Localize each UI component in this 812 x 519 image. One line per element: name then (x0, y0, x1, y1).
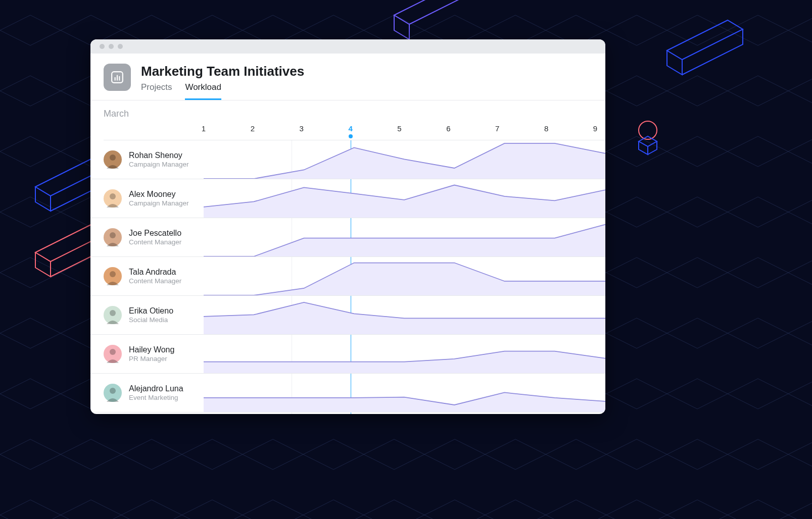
day-label-7: 7 (495, 124, 499, 133)
row-label[interactable]: Tala AndradaContent Manager (90, 257, 204, 295)
day-label-4: 4 (348, 124, 352, 133)
person-name: Joe Pescatello (129, 228, 181, 238)
svg-point-9 (110, 271, 116, 277)
row-label[interactable]: Joe PescatelloContent Manager (90, 218, 204, 256)
workload-sparkline (204, 296, 605, 334)
timeline-header: 123456789 (104, 121, 605, 140)
svg-point-10 (110, 310, 116, 316)
svg-rect-4 (117, 75, 118, 81)
page-title: Marketing Team Initiatives (141, 64, 304, 79)
window-maximize-icon[interactable] (118, 44, 123, 49)
tabs: ProjectsWorkload (141, 82, 304, 100)
row-label[interactable]: Rohan ShenoyCampaign Manager (90, 140, 204, 179)
avatar[interactable] (104, 150, 122, 169)
workload-sparkline (204, 374, 605, 412)
tab-workload[interactable]: Workload (185, 82, 221, 100)
person-name: Erika Otieno (129, 306, 173, 316)
tab-projects[interactable]: Projects (141, 82, 172, 100)
person-name: Tala Andrada (129, 267, 181, 277)
day-label-5: 5 (397, 124, 401, 133)
workload-sparkline (204, 257, 605, 295)
person-name: Alejandro Luna (129, 384, 183, 394)
avatar[interactable] (104, 228, 122, 246)
day-label-3: 3 (300, 124, 304, 133)
avatar[interactable] (104, 306, 122, 324)
workload-sparkline (204, 140, 605, 179)
day-label-8: 8 (544, 124, 548, 133)
workload-sparkline (204, 335, 605, 373)
person-role: Social Media (129, 316, 173, 325)
workload-row: Alejandro LunaEvent Marketing (90, 374, 605, 412)
svg-point-6 (110, 154, 116, 161)
month-label: March (90, 100, 605, 121)
workload-row: Joe PescatelloContent Manager (90, 218, 605, 257)
svg-point-12 (110, 388, 116, 394)
person-role: PR Manager (129, 355, 174, 364)
workload-row: Hailey WongPR Manager (90, 335, 605, 374)
app-icon (104, 64, 131, 91)
svg-point-7 (110, 193, 116, 199)
workload-row: Rohan ShenoyCampaign Manager (90, 140, 605, 179)
svg-rect-3 (115, 77, 116, 81)
row-label[interactable]: Alex MooneyCampaign Manager (90, 179, 204, 218)
header: Marketing Team Initiatives ProjectsWorkl… (90, 54, 605, 100)
person-role: Content Manager (129, 277, 181, 286)
person-role: Campaign Manager (129, 199, 189, 208)
day-label-2: 2 (251, 124, 255, 133)
rows-container: Rohan ShenoyCampaign ManagerAlex MooneyC… (90, 140, 605, 414)
svg-point-11 (110, 349, 116, 355)
row-label[interactable]: Alejandro LunaEvent Marketing (90, 374, 204, 412)
day-label-1: 1 (202, 124, 206, 133)
person-role: Event Marketing (129, 394, 183, 402)
day-label-9: 9 (593, 124, 597, 133)
avatar[interactable] (104, 189, 122, 207)
window-close-icon[interactable] (100, 44, 105, 49)
workload-row: Tala AndradaContent Manager (90, 257, 605, 296)
row-label[interactable]: Erika OtienoSocial Media (90, 296, 204, 334)
window: Marketing Team Initiatives ProjectsWorkl… (90, 39, 605, 414)
workload-row: Alex MooneyCampaign Manager (90, 179, 605, 218)
row-label[interactable]: Hailey WongPR Manager (90, 335, 204, 373)
workload-sparkline (204, 218, 605, 256)
avatar[interactable] (104, 384, 122, 402)
svg-point-8 (110, 232, 116, 238)
day-label-6: 6 (446, 124, 450, 133)
person-name: Alex Mooney (129, 189, 189, 199)
person-role: Campaign Manager (129, 161, 189, 169)
person-name: Hailey Wong (129, 345, 174, 355)
avatar[interactable] (104, 267, 122, 285)
current-day-marker (349, 134, 353, 138)
workload-sparkline (204, 179, 605, 218)
bar-chart-icon (111, 71, 124, 84)
avatar[interactable] (104, 345, 122, 363)
window-title-bar (90, 39, 605, 54)
person-role: Content Manager (129, 238, 181, 247)
person-name: Rohan Shenoy (129, 150, 189, 161)
workload-row: Erika OtienoSocial Media (90, 296, 605, 335)
svg-rect-5 (119, 76, 120, 81)
window-minimize-icon[interactable] (109, 44, 114, 49)
